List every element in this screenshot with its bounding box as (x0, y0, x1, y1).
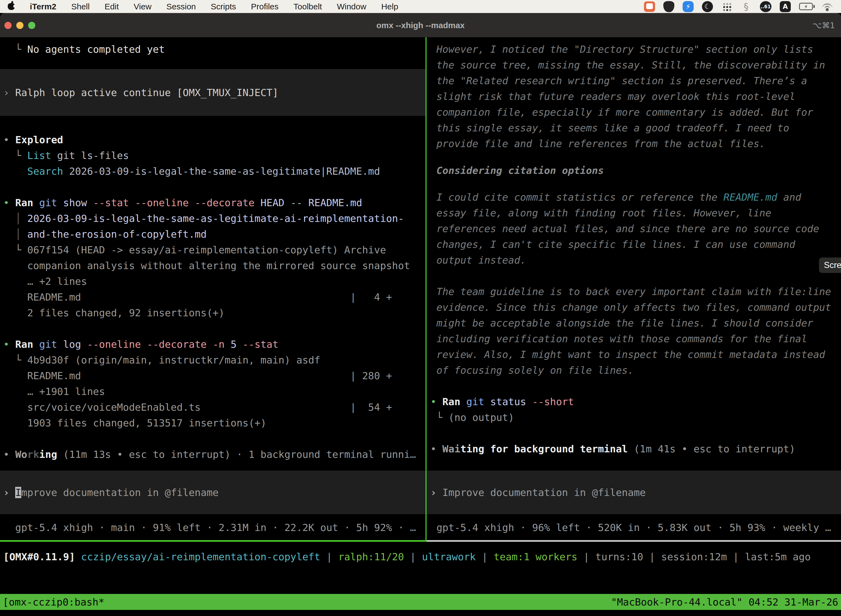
text-segment: git (39, 197, 57, 208)
terminal-line: │ 2026-03-09-is-legal-the-same-as-legiti… (3, 211, 425, 226)
menu-item-window[interactable]: Window (337, 2, 366, 11)
menu-item-profiles[interactable]: Profiles (251, 2, 278, 11)
battery-icon[interactable]: ⚡ (799, 3, 813, 10)
window-controls (4, 13, 35, 37)
text-segment: | (404, 551, 422, 562)
text-segment: changes, I can't cite specific file line… (431, 239, 795, 250)
text-segment: evidence. Since this change only affects… (431, 302, 831, 313)
text-segment: companion file, especially if more comme… (431, 107, 813, 118)
terminal-line: provide file and line references from th… (431, 136, 841, 151)
terminal-line: └ List git ls-files (3, 148, 425, 163)
terminal-line: slight risk that future readers may over… (431, 89, 841, 104)
text-segment: --stat (93, 197, 129, 208)
terminal-line: The team guideline is to back every impo… (431, 284, 841, 299)
terminal-line: this single essay, it seems like a good … (431, 120, 841, 136)
text-segment: companion analysis without altering the … (3, 260, 410, 271)
bolt-badge-icon[interactable]: ⚡ (683, 1, 694, 12)
window-shortcut-hint: ⌥⌘1 (813, 21, 835, 30)
menu-item-edit[interactable]: Edit (105, 2, 119, 11)
terminal-line: 2 files changed, 92 insertions(+) (3, 305, 425, 321)
text-segment: Wai (442, 443, 460, 455)
blank-line (431, 425, 841, 441)
window-title: omx --xhigh --madmax (377, 21, 464, 30)
wifi-icon[interactable] (821, 2, 833, 11)
badge-61-icon[interactable]: ..61 (760, 1, 771, 12)
text-segment: this single essay, it seems like a good … (431, 122, 789, 133)
input-source-icon[interactable]: A (780, 1, 791, 12)
dots-grid-icon[interactable] (721, 1, 732, 12)
terminal-line: Considering citation options (431, 163, 841, 178)
tmux-session-window[interactable]: [omx-cczip0:bash* (3, 596, 104, 608)
squiggle-icon[interactable]: § (741, 1, 752, 12)
text-segment: README.md | 280 + (3, 370, 392, 381)
terminal-line: │ and-the-erosion-of-copyleft.md (3, 226, 425, 242)
terminal-line: • Ran git status --short (431, 394, 841, 409)
close-button[interactable] (4, 22, 12, 29)
menu-bar-left: iTerm2 ShellEditViewSessionScriptsProfil… (8, 2, 398, 11)
text-segment: HEAD (254, 197, 290, 208)
blank-line (3, 431, 425, 447)
text-segment: log (57, 339, 87, 350)
active-pane-border (0, 540, 426, 542)
text-segment: › (3, 87, 15, 98)
text-segment: git (466, 396, 484, 407)
prompt-input[interactable]: › Improve documentation in @filename (0, 471, 425, 514)
crescent-app-icon[interactable]: ☾ (702, 1, 713, 12)
text-segment: 5 (224, 339, 243, 350)
text-segment: • (3, 197, 15, 208)
menu-item-session[interactable]: Session (166, 2, 196, 11)
text-segment: List (27, 150, 51, 161)
text-segment: provide file and line references from th… (431, 138, 765, 149)
terminal-line: └ (no output) (431, 409, 841, 425)
text-segment: show (57, 197, 93, 208)
text-segment: git (39, 339, 57, 350)
prompt-input[interactable]: › Improve documentation in @filename (426, 471, 841, 514)
text-segment: Ran (442, 396, 460, 407)
text-segment: review. Also, I might want to inspect th… (431, 349, 825, 360)
text-segment: src/voice/voiceModeEnabled.ts | 54 + (3, 402, 392, 413)
text-segment: rk (27, 449, 39, 460)
text-segment: Improve documentation in @filename (442, 487, 646, 498)
terminal-line: └ 4b9d30f (origin/main, instructkr/main,… (3, 352, 425, 368)
menu-app-name[interactable]: iTerm2 (30, 2, 56, 11)
menu-item-view[interactable]: View (134, 2, 151, 11)
text-segment: Ran (15, 339, 33, 350)
terminal-line: › Improve documentation in @filename (431, 485, 646, 500)
terminal-line: … +2 lines (3, 273, 425, 289)
minimize-button[interactable] (16, 22, 23, 29)
terminal-line: README.md | 4 + (3, 289, 425, 305)
inactive-pane-border (426, 540, 841, 542)
terminal-line: companion file, especially if more comme… (431, 104, 841, 120)
terminal-line: However, I noticed the "Directory Struct… (431, 41, 841, 57)
text-segment: cczip/essay/ai-reimplementation-copyleft (81, 551, 320, 562)
text-segment: 067f154 (HEAD -> essay/ai-reimplementati… (27, 244, 386, 255)
text-segment: └ (3, 150, 27, 161)
model-status-line: gpt-5.4 xhigh · 96% left · 520K in · 5.8… (431, 520, 841, 535)
text-segment: --oneline (135, 197, 189, 208)
zoom-button[interactable] (28, 22, 35, 29)
text-segment: --decorate (147, 339, 207, 350)
terminal-line: might be acceptable alongside the file l… (431, 315, 841, 331)
inject-banner: › Ralph loop active continue [OMX_TMUX_I… (0, 69, 425, 116)
text-segment: | (476, 551, 494, 562)
text-segment: and (777, 192, 801, 203)
text-segment (207, 339, 213, 350)
terminal-line: README.md | 280 + (3, 368, 425, 384)
cursor-block: I (15, 487, 21, 498)
text-segment (3, 166, 27, 177)
text-segment: | (577, 551, 595, 562)
text-segment: │ (3, 213, 27, 224)
menu-items: ShellEditViewSessionScriptsProfilesToolb… (71, 2, 398, 11)
apple-menu-icon[interactable] (8, 3, 15, 10)
menu-item-shell[interactable]: Shell (71, 2, 90, 11)
menu-item-scripts[interactable]: Scripts (211, 2, 236, 11)
text-segment: -n (213, 339, 224, 350)
text-segment: • (3, 449, 15, 460)
menu-item-help[interactable]: Help (381, 2, 399, 11)
text-segment: └ (431, 412, 448, 423)
text-segment: Ran (15, 197, 33, 208)
text-segment: ting for background terminal (460, 443, 628, 455)
menu-item-toolbelt[interactable]: Toolbelt (294, 2, 322, 11)
shield-icon[interactable] (663, 1, 674, 12)
recording-indicator-icon[interactable] (644, 1, 655, 12)
